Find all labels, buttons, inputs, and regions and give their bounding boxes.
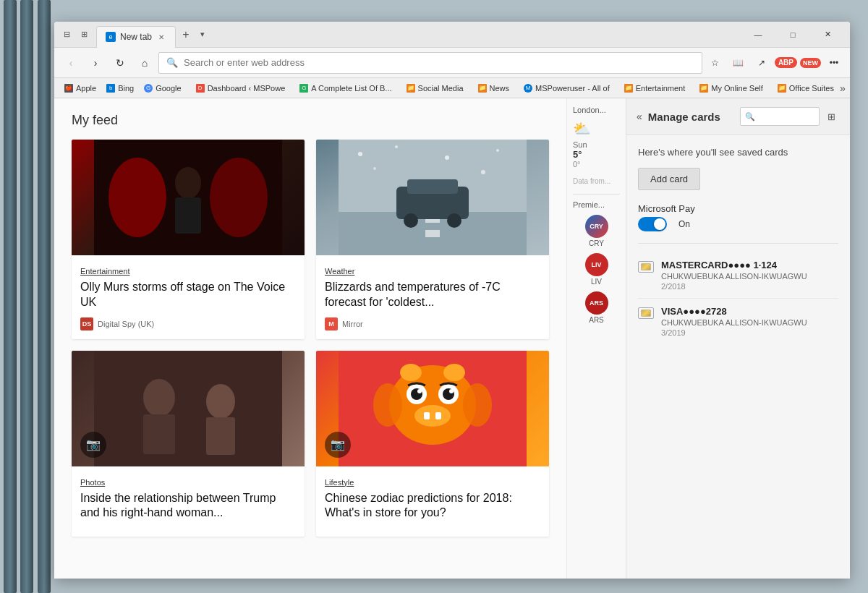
news-card-lion[interactable]: 📷 Lifestyle Chinese zodiac predictions f… — [316, 351, 549, 537]
address-input[interactable] — [184, 57, 694, 68]
new-badge[interactable]: NEW — [800, 58, 821, 68]
source-logo-mirror: M — [325, 317, 338, 330]
search-icon-panel: 🔍 — [745, 112, 755, 121]
tab-list-icon[interactable]: ⊟ — [60, 28, 73, 41]
team-logo-liv: LIV — [585, 253, 608, 276]
manage-cards-title: Manage cards — [648, 111, 720, 123]
tab-grid-icon[interactable]: ⊞ — [77, 28, 90, 41]
adblock-badge[interactable]: ABP — [775, 57, 797, 68]
bookmark-label: Apple — [76, 84, 96, 93]
microsoft-pay-toggle[interactable] — [638, 217, 667, 231]
panel-divider — [573, 194, 620, 195]
tab-dropdown-icon[interactable]: ▾ — [196, 28, 209, 41]
sports-label: Premie... — [573, 200, 620, 209]
svg-rect-23 — [206, 417, 235, 455]
panel-header-right: 🔍 ⊞ — [740, 107, 840, 126]
bookmark-dashboard[interactable]: D Dashboard ‹ MSPowe — [192, 82, 290, 94]
new-tab-button[interactable]: + — [176, 25, 196, 45]
microsoft-pay-section: Microsoft Pay On — [638, 203, 838, 231]
news-headline-lion: Chinese zodiac predictions for 2018: Wha… — [325, 491, 540, 521]
bookmark-officesuites[interactable]: 📁 Office Suites — [773, 82, 838, 94]
manage-cards-body: Here's where you'll see saved cards Add … — [626, 135, 850, 579]
sports-teams: CRY CRY LIV LIV ARS ARS — [573, 215, 620, 324]
manage-cards-header: « Manage cards 🔍 ⊞ — [626, 98, 850, 135]
weather-low: 0° — [573, 160, 620, 168]
svg-point-14 — [395, 145, 398, 148]
team-logo-cry: CRY — [585, 215, 608, 238]
news-card-body-blizzard: Weather Blizzards and temperatures of -7… — [316, 255, 549, 339]
svg-point-35 — [400, 364, 422, 381]
bookmark-myonlineself[interactable]: 📁 My Online Self — [695, 82, 767, 94]
bookmark-completelist[interactable]: G A Complete List Of B... — [295, 82, 396, 94]
news-category-entertainment: Entertainment — [80, 267, 129, 276]
card-item-mastercard[interactable]: MASTERCARD●●●● 1·124 CHUKWUEBUKA ALLISON… — [638, 252, 838, 299]
svg-point-31 — [449, 389, 454, 393]
team-crystal-palace[interactable]: CRY CRY — [573, 215, 620, 247]
news-category-weather: Weather — [325, 267, 354, 276]
close-button[interactable]: ✕ — [811, 23, 844, 46]
manage-cards-back-button[interactable]: « — [637, 111, 642, 122]
feed-area: My feed — [54, 98, 566, 579]
bookmark-apple[interactable]: 🍎 Apple — [60, 82, 101, 94]
entertainment-favicon: 📁 — [624, 84, 633, 93]
reading-list-icon[interactable]: 📖 — [728, 53, 749, 73]
toggle-row: On — [638, 217, 838, 231]
bookmarks-bar: 🍎 Apple b Bing G Google D Dashboard ‹ MS… — [54, 78, 850, 98]
back-button[interactable]: ‹ — [60, 52, 82, 74]
myonlineself-favicon: 📁 — [699, 84, 708, 93]
news-source-olly: DS Digital Spy (UK) — [80, 317, 296, 330]
home-button[interactable]: ⌂ — [134, 52, 156, 74]
share-icon[interactable]: ↗ — [752, 53, 772, 73]
team-liverpool[interactable]: LIV LIV — [573, 253, 620, 286]
bookmark-google[interactable]: G Google — [140, 82, 185, 94]
svg-point-18 — [481, 170, 485, 174]
news-source-blizzard: M Mirror — [325, 317, 540, 330]
news-card-olly[interactable]: Entertainment Olly Murs storms off stage… — [72, 140, 305, 339]
svg-rect-4 — [175, 197, 201, 234]
svg-point-15 — [445, 155, 449, 160]
favorites-icon[interactable]: ☆ — [705, 53, 726, 73]
bookmark-label: Social Media — [418, 84, 464, 93]
bookmark-bing[interactable]: b Bing — [102, 82, 138, 94]
card-item-visa[interactable]: VISA●●●●2728 CHUKWUEBUKA ALLISON-IKWUAGW… — [638, 299, 838, 344]
window-controls: — □ ✕ — [741, 23, 844, 46]
weather-details: Sun 5° 0° — [573, 140, 620, 168]
browser-window: ⊟ ⊞ e New tab ✕ + ▾ — □ ✕ ‹ › ↻ ⌂ 🔍 ☆ — [54, 22, 850, 579]
visa-info: VISA●●●●2728 CHUKWUEBUKA ALLISON-IKWUAGW… — [661, 306, 838, 337]
news-card-trump[interactable]: 📷 Photos Inside the relationship between… — [72, 351, 305, 537]
address-bar[interactable]: 🔍 — [158, 52, 702, 74]
mastercard-info: MASTERCARD●●●● 1·124 CHUKWUEBUKA ALLISON… — [661, 260, 838, 291]
sun-icon: ⛅ — [573, 120, 591, 137]
svg-point-2 — [210, 158, 268, 237]
bookmarks-more-button[interactable]: » — [840, 80, 846, 96]
bookmark-mspoweruser[interactable]: M MSPoweruser - All of — [519, 82, 614, 94]
officesuites-favicon: 📁 — [778, 84, 786, 93]
panel-settings-button[interactable]: ⊞ — [822, 108, 840, 125]
team-arsenal[interactable]: ARS ARS — [573, 291, 620, 324]
bookmark-label: News — [490, 84, 510, 93]
add-card-button[interactable]: Add card — [638, 168, 700, 190]
title-bar: ⊟ ⊞ e New tab ✕ + ▾ — □ ✕ — [54, 22, 850, 48]
mastercard-holder: CHUKWUEBUKA ALLISON-IKWUAGWU — [661, 272, 838, 281]
tab-close-button[interactable]: ✕ — [156, 32, 166, 42]
active-tab[interactable]: e New tab ✕ — [96, 26, 176, 48]
news-card-body-trump: Photos Inside the relationship between T… — [72, 466, 305, 537]
minimize-button[interactable]: — — [741, 23, 775, 46]
maximize-button[interactable]: □ — [776, 23, 809, 46]
panel-search-box[interactable]: 🔍 — [740, 107, 820, 126]
news-headline-blizzard: Blizzards and temperatures of -7C foreca… — [325, 280, 540, 310]
menu-button[interactable]: ••• — [824, 53, 844, 73]
svg-point-30 — [417, 389, 422, 393]
bookmark-socialmedia[interactable]: 📁 Social Media — [402, 82, 468, 94]
weather-sports-panel: London... ⛅ Sun 5° 0° Data from... Premi… — [566, 98, 626, 579]
weather-source: Data from... — [573, 177, 620, 185]
bookmark-entertainment[interactable]: 📁 Entertainment — [620, 82, 689, 94]
bookmark-label: Entertainment — [636, 84, 685, 93]
bookmark-label: A Complete List Of B... — [311, 84, 391, 93]
saved-cards-description: Here's where you'll see saved cards — [638, 147, 838, 158]
socialmedia-favicon: 📁 — [407, 84, 415, 93]
news-card-blizzard[interactable]: Weather Blizzards and temperatures of -7… — [316, 140, 549, 339]
refresh-button[interactable]: ↻ — [109, 52, 131, 74]
bookmark-news[interactable]: 📁 News — [474, 82, 514, 94]
forward-button[interactable]: › — [85, 52, 106, 74]
